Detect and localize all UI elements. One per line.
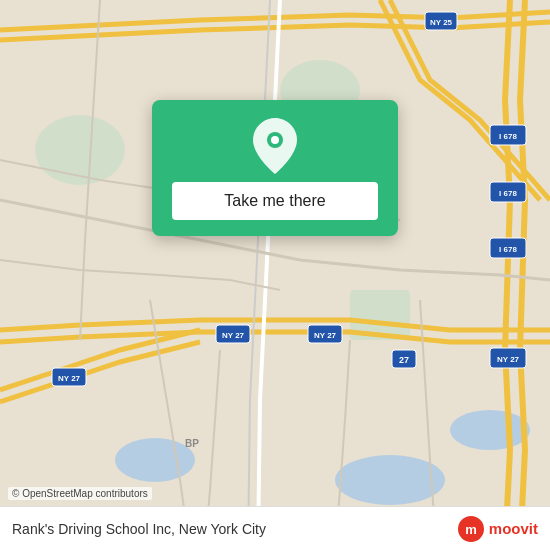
moovit-icon: m bbox=[457, 515, 485, 543]
svg-text:m: m bbox=[465, 522, 477, 537]
svg-text:I 678: I 678 bbox=[499, 132, 517, 141]
map-container: NY 25 I 678 I 678 I 678 NY 27 NY 27 NY 2… bbox=[0, 0, 550, 550]
svg-text:BP: BP bbox=[185, 438, 199, 449]
svg-point-3 bbox=[115, 438, 195, 482]
svg-point-4 bbox=[335, 455, 445, 505]
svg-text:NY 27: NY 27 bbox=[497, 355, 520, 364]
location-name: Rank's Driving School Inc, New York City bbox=[12, 521, 266, 537]
svg-text:I 678: I 678 bbox=[499, 189, 517, 198]
svg-point-0 bbox=[35, 115, 125, 185]
map-attribution: © OpenStreetMap contributors bbox=[8, 487, 152, 500]
svg-text:I 678: I 678 bbox=[499, 245, 517, 254]
svg-point-26 bbox=[271, 136, 279, 144]
location-pin-icon bbox=[251, 118, 299, 174]
svg-text:NY 27: NY 27 bbox=[58, 374, 81, 383]
svg-text:NY 27: NY 27 bbox=[222, 331, 245, 340]
location-icon-wrap bbox=[249, 120, 301, 172]
moovit-logo: m moovit bbox=[457, 515, 538, 543]
svg-text:27: 27 bbox=[399, 355, 409, 365]
svg-text:NY 25: NY 25 bbox=[430, 18, 453, 27]
moovit-text: moovit bbox=[489, 520, 538, 537]
bottom-bar: Rank's Driving School Inc, New York City… bbox=[0, 506, 550, 550]
take-me-there-button[interactable]: Take me there bbox=[172, 182, 378, 220]
navigation-card: Take me there bbox=[152, 100, 398, 236]
svg-text:NY 27: NY 27 bbox=[314, 331, 337, 340]
svg-point-5 bbox=[450, 410, 530, 450]
map-roads: NY 25 I 678 I 678 I 678 NY 27 NY 27 NY 2… bbox=[0, 0, 550, 550]
